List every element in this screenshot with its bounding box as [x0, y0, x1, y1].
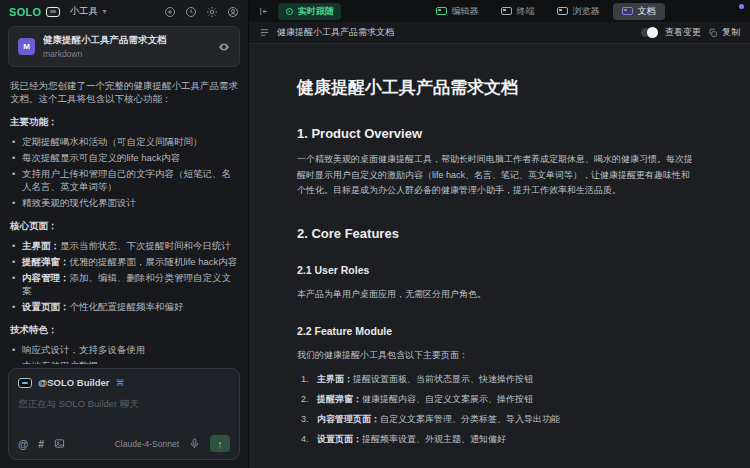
list-item: 定期提醒喝水和活动（可自定义间隔时间） — [10, 135, 238, 148]
tab-terminal[interactable]: 终端 — [492, 3, 544, 20]
chat-input-toolbar: @ # Claude-4-Sonnet ↑ — [18, 435, 230, 452]
sidebar-topbar: SOLO 小工具 ▼ — [0, 0, 248, 23]
chat-input-box[interactable]: @SOLO Builder ⌘ 您正在与 SOLO Builder 聊天 @ #… — [8, 368, 240, 460]
sidebar-actions — [164, 6, 239, 18]
document-toolbar: 健康提醒小工具产品需求文档 查看变更 复制 — [249, 22, 750, 44]
eye-icon[interactable] — [218, 41, 230, 53]
doc-title: 健康提醒小工具产品需求文档 — [297, 76, 698, 99]
pages-list: 主界面：显示当前状态、下次提醒时间和今日统计 提醒弹窗：优雅的提醒界面，展示随机… — [10, 239, 238, 313]
arrow-up-icon: ↑ — [217, 438, 223, 450]
doc-h2-product-overview: 1. Product Overview — [297, 126, 698, 141]
model-selector[interactable]: Claude-4-Sonnet — [115, 439, 179, 449]
browser-icon — [557, 7, 568, 15]
main-panel: 实时跟随 编辑器 终端 浏览器 文档 健康提醒小工具产品需求文档 查看变更 复制… — [249, 0, 750, 468]
doc-h2-core-features: 2. Core Features — [297, 226, 698, 241]
copy-document-button[interactable]: 复制 — [708, 26, 740, 39]
main-topbar: 实时跟随 编辑器 终端 浏览器 文档 — [249, 0, 750, 22]
workspace-name: 小工具 — [69, 5, 98, 18]
list-item: 每次提醒显示可自定义的life hack内容 — [10, 151, 238, 164]
agent-name: @SOLO Builder — [38, 377, 110, 388]
live-follow-pill[interactable]: 实时跟随 — [278, 3, 341, 20]
list-item: 提醒弹窗：优雅的提醒界面，展示随机life hack内容 — [10, 255, 238, 268]
collapse-panel-icon[interactable] — [258, 6, 269, 17]
features-list: 定期提醒喝水和活动（可自定义间隔时间） 每次提醒显示可自定义的life hack… — [10, 135, 238, 209]
list-item: 主界面：显示当前状态、下次提醒时间和今日统计 — [10, 239, 238, 252]
mention-icon[interactable]: @ — [18, 438, 28, 450]
settings-gear-icon[interactable] — [206, 6, 218, 18]
list-item: 设置页面：提醒频率设置、外观主题、通知偏好 — [313, 433, 698, 446]
features-heading: 主要功能： — [10, 115, 238, 128]
document-icon — [622, 7, 633, 15]
document-content: 健康提醒小工具产品需求文档 1. Product Overview 一个精致美观… — [249, 44, 750, 468]
tech-list: 响应式设计，支持多设备使用 本地存储用户数据 渐变色彩和动画效果 分类标签系统便… — [10, 343, 238, 364]
mic-icon[interactable] — [189, 438, 200, 449]
image-attach-icon[interactable] — [54, 438, 65, 449]
live-follow-icon — [285, 7, 294, 16]
tab-document[interactable]: 文档 — [613, 3, 665, 20]
command-key-icon: ⌘ — [116, 378, 125, 388]
file-card-title: 健康提醒小工具产品需求文档 — [43, 34, 210, 47]
solo-badge-icon — [46, 7, 60, 17]
context-hash-icon[interactable]: # — [38, 438, 44, 450]
markdown-file-icon: M — [18, 38, 35, 55]
doc-paragraph: 一个精致美观的桌面健康提醒工具，帮助长时间电脑工作者养成定期休息、喝水的健康习惯… — [297, 152, 698, 199]
chevron-down-icon: ▼ — [101, 8, 108, 15]
copy-icon — [708, 28, 718, 38]
send-button[interactable]: ↑ — [210, 435, 230, 452]
history-icon[interactable] — [185, 6, 197, 18]
notification-dot — [739, 4, 744, 9]
document-file-card[interactable]: M 健康提醒小工具产品需求文档 markdown — [8, 26, 240, 67]
solo-logo: SOLO — [9, 6, 41, 18]
chat-agent-header: @SOLO Builder ⌘ — [18, 377, 230, 388]
list-item: 主界面：提醒设置面板、当前状态显示、快速操作按钮 — [313, 373, 698, 386]
doc-paragraph: 我们的健康提醒小工具包含以下主要页面： — [297, 348, 698, 364]
file-card-subtitle: markdown — [43, 49, 210, 59]
list-item: 提醒弹窗：健康提醒内容、自定义文案展示、操作按钮 — [313, 393, 698, 406]
list-item: 精致美观的现代化界面设计 — [10, 196, 238, 209]
new-chat-icon[interactable] — [164, 6, 176, 18]
list-item: 本地存储用户数据 — [10, 359, 238, 364]
pages-heading: 核心页面： — [10, 219, 238, 232]
list-item: 支持用户上传和管理自己的文字内容（短笔记、名人名言、英文单词等） — [10, 167, 238, 193]
tech-heading: 技术特色： — [10, 323, 238, 336]
doc-h3-feature-module: 2.2 Feature Module — [297, 325, 698, 337]
doc-h3-user-roles: 2.1 User Roles — [297, 264, 698, 276]
tab-editor[interactable]: 编辑器 — [427, 3, 488, 20]
chat-sidebar: SOLO 小工具 ▼ M 健康提醒小工具产品需求文档 markdown 我已经为… — [0, 0, 249, 468]
builder-agent-icon — [18, 378, 32, 388]
view-tabs: 编辑器 终端 浏览器 文档 — [427, 3, 665, 20]
doc-paragraph: 本产品为单用户桌面应用，无需区分用户角色。 — [297, 287, 698, 303]
editor-icon — [436, 7, 447, 15]
feature-module-list: 主界面：提醒设置面板、当前状态显示、快速操作按钮 提醒弹窗：健康提醒内容、自定义… — [301, 373, 698, 446]
chat-input-placeholder[interactable]: 您正在与 SOLO Builder 聊天 — [18, 398, 230, 411]
tab-browser[interactable]: 浏览器 — [548, 3, 609, 20]
assistant-message: 我已经为您创建了一个完整的健康提醒小工具产品需求文档。这个工具将包含以下核心功能… — [0, 73, 248, 364]
list-item: 内容管理：添加、编辑、删除和分类管理自定义文案 — [10, 271, 238, 297]
list-item: 响应式设计，支持多设备使用 — [10, 343, 238, 356]
account-icon[interactable] — [227, 6, 239, 18]
message-intro: 我已经为您创建了一个完整的健康提醒小工具产品需求文档。这个工具将包含以下核心功能… — [10, 79, 238, 105]
list-item: 内容管理页面：自定义文案库管理、分类标签、导入导出功能 — [313, 413, 698, 426]
workspace-switcher[interactable]: 小工具 ▼ — [69, 5, 107, 18]
list-item: 设置页面：个性化配置提醒频率和偏好 — [10, 300, 238, 313]
document-title-label: 健康提醒小工具产品需求文档 — [277, 26, 394, 39]
view-changes-toggle[interactable] — [641, 28, 658, 37]
terminal-icon — [501, 7, 512, 15]
view-changes-button[interactable]: 查看变更 — [665, 26, 701, 39]
outline-list-icon[interactable] — [259, 27, 270, 38]
